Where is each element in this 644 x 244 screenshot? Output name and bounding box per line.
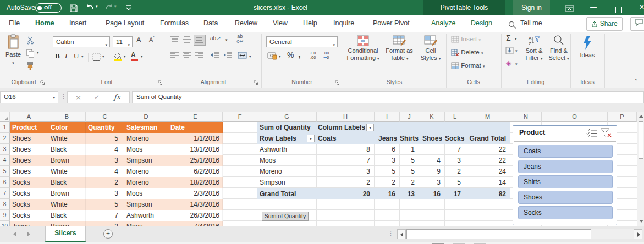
tab-page-layout[interactable]: Page Layout	[104, 15, 145, 32]
tab-insert[interactable]: Insert	[68, 15, 87, 32]
pivot-col-grand-total[interactable]: Grand Total	[465, 133, 510, 144]
undo-dropdown-icon[interactable]: ▾	[96, 0, 98, 14]
col-header-G[interactable]: G	[257, 112, 317, 122]
number-format-combobox[interactable]: General▾	[266, 36, 338, 47]
cell-styles-button[interactable]: Cell Styles ▾	[417, 32, 444, 76]
orientation-icon[interactable]: ab↗	[210, 35, 221, 41]
pivot-value[interactable]: 2	[445, 166, 465, 177]
cell-date[interactable]: 14/3/2016	[168, 199, 223, 210]
cell-salesman[interactable]: Simpson	[124, 155, 168, 166]
cell-date[interactable]: 13/1/2016	[168, 144, 223, 155]
copy-icon[interactable]	[26, 49, 35, 59]
sheet-nav-right-icon[interactable]	[27, 232, 30, 236]
cell-date[interactable]: 18/2/2016	[168, 177, 223, 188]
tab-view[interactable]: View	[272, 15, 289, 32]
delete-button[interactable]: Delete ▾	[451, 48, 483, 56]
wrap-text-icon[interactable]: abc↩	[236, 34, 244, 44]
pivot-value[interactable]: 4	[419, 155, 445, 166]
pivot-row-label[interactable]: Simpson	[257, 177, 317, 188]
slicer-item-shoes[interactable]: Shoes	[518, 191, 613, 204]
comments-button[interactable]	[630, 17, 644, 31]
new-sheet-icon[interactable]: +	[103, 229, 113, 239]
pivot-value[interactable]: 13	[400, 188, 419, 199]
col-header-L[interactable]: L	[445, 112, 465, 122]
increase-font-size-icon[interactable]: Aˆ	[136, 36, 142, 44]
cell-salesman[interactable]: Moos	[124, 188, 168, 199]
cut-icon[interactable]	[26, 36, 35, 46]
comma-style-button[interactable]: ,	[298, 49, 301, 60]
pivot-value[interactable]: 5	[400, 166, 419, 177]
name-box[interactable]: O16 ▾	[0, 91, 58, 103]
cell-product[interactable]: Socks	[10, 199, 48, 210]
col-header-K[interactable]: K	[419, 112, 445, 122]
pivot-value[interactable]: 17	[445, 188, 465, 199]
row-header-5[interactable]: 5	[0, 166, 10, 177]
cell-color[interactable]: Brown	[48, 221, 86, 226]
pivot-col-shirts[interactable]: Shirts	[400, 133, 419, 144]
col-header-M[interactable]: M	[465, 112, 510, 122]
minimize-button[interactable]: —	[585, 0, 602, 15]
row-header-2[interactable]: 2	[0, 133, 10, 144]
cancel-icon[interactable]: ×	[75, 93, 81, 102]
pivot-value[interactable]: 16	[375, 188, 400, 199]
slicer-item-shirts[interactable]: Shirts	[518, 175, 613, 188]
pivot-row-label[interactable]: Ashworth	[257, 144, 317, 155]
underline-dropdown-icon[interactable]: ▾	[81, 54, 84, 59]
quick-access-toolbar-more-icon[interactable]	[125, 2, 132, 12]
accounting-format-icon[interactable]	[267, 52, 277, 62]
scroll-up-icon[interactable]	[639, 115, 643, 118]
cell-salesman[interactable]: Moos	[124, 144, 168, 155]
cell-product[interactable]: Shoes	[10, 166, 48, 177]
column-labels-filter-icon[interactable]: ▾	[366, 124, 374, 131]
row-header-7[interactable]: 7	[0, 188, 10, 199]
bottom-align-button[interactable]	[194, 35, 206, 46]
col-header-H[interactable]: H	[317, 112, 375, 122]
cell-date[interactable]: 6/2/2016	[168, 166, 223, 177]
pivot-value[interactable]: 5	[400, 155, 419, 166]
cell-quantity[interactable]: 3	[86, 188, 124, 199]
tab-design[interactable]: Design	[470, 15, 493, 32]
cell-product[interactable]: Shoes	[10, 155, 48, 166]
cell-salesman[interactable]: Simpson	[124, 199, 168, 210]
font-color-icon[interactable]: A	[131, 51, 136, 59]
col-header-I[interactable]: I	[375, 112, 400, 122]
pivot-col-jeans[interactable]: Jeans	[375, 133, 400, 144]
tab-formulas[interactable]: Formulas	[159, 15, 190, 32]
pivot-value[interactable]: 2	[317, 177, 375, 188]
pivot-value[interactable]: 7	[445, 144, 465, 155]
row-header-6[interactable]: 6	[0, 177, 10, 188]
row-header-3[interactable]: 3	[0, 144, 10, 155]
pivot-value[interactable]: 7	[317, 155, 375, 166]
format-painter-icon[interactable]	[26, 62, 35, 72]
table-header-quantity[interactable]: Quantity	[86, 122, 124, 133]
table-header-date[interactable]: Date	[168, 122, 223, 133]
pivot-value[interactable]: 3	[375, 155, 400, 166]
conditional-formatting-button[interactable]: Conditional Formatting ▾	[344, 32, 382, 76]
format-button[interactable]: Format ▾	[451, 62, 485, 69]
bold-button[interactable]: B	[55, 52, 60, 60]
italic-button[interactable]: I	[65, 52, 67, 60]
col-header-A[interactable]: A	[10, 112, 48, 122]
col-header-D[interactable]: D	[124, 112, 168, 122]
cell-salesman[interactable]: Moos	[124, 221, 168, 226]
cell-product[interactable]: Shoes	[10, 133, 48, 144]
tab-help[interactable]: Help	[302, 15, 318, 32]
redo-dropdown-icon[interactable]: ▾	[114, 0, 117, 14]
orientation-dropdown-icon[interactable]: ▾	[225, 38, 228, 42]
pivot-value-field-cell[interactable]: Sum of Quantity	[257, 122, 317, 133]
alignment-dialog-launcher-icon[interactable]	[254, 79, 258, 84]
vertical-scrollbar[interactable]	[637, 112, 644, 226]
row-header-4[interactable]: 4	[0, 155, 10, 166]
cell-product[interactable]: Shoes	[10, 144, 48, 155]
table-header-product[interactable]: Product	[10, 122, 48, 133]
cell-quantity[interactable]: 2	[86, 221, 124, 226]
pivot-value[interactable]	[419, 144, 445, 155]
cell-quantity[interactable]: 3	[86, 155, 124, 166]
increase-indent-icon[interactable]	[223, 52, 232, 60]
scroll-right-button[interactable]	[634, 229, 642, 239]
table-header-color[interactable]: Color	[48, 122, 86, 133]
tab-data[interactable]: Data	[202, 15, 219, 32]
close-button[interactable]: ✕	[634, 0, 644, 15]
save-icon[interactable]	[69, 3, 78, 13]
pivot-field-button[interactable]: Sum of Quantity	[262, 212, 309, 221]
